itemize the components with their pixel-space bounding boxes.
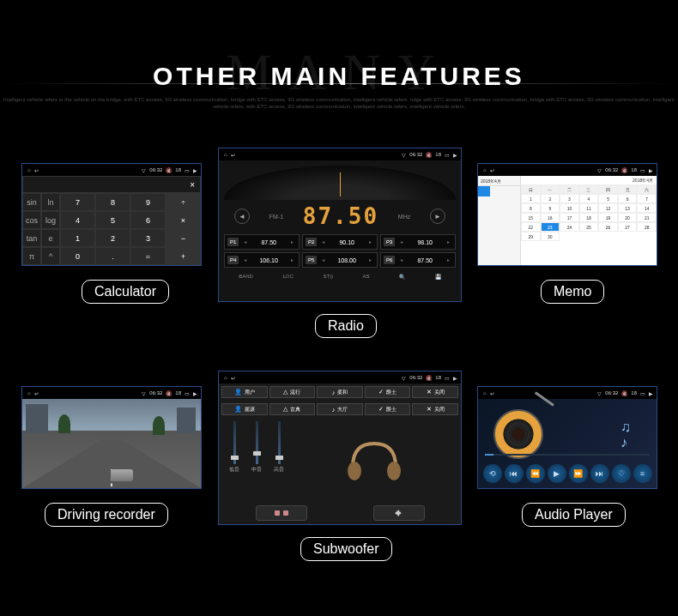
weekday-header: 三 (579, 184, 599, 194)
calc-key[interactable]: π (22, 247, 41, 265)
preset-button[interactable]: P6◄87.50► (380, 252, 456, 268)
calc-key[interactable]: 8 (95, 193, 130, 211)
prev-button[interactable]: ⏮ (505, 464, 524, 483)
calendar-day[interactable]: 29 (521, 232, 541, 241)
playlist-button[interactable]: ≡ (633, 464, 652, 483)
calendar-day[interactable]: 15 (521, 213, 541, 222)
eq-preset-tab[interactable]: △古典 (269, 403, 316, 415)
calendar-day[interactable]: 5 (598, 194, 618, 203)
eq-preset-tab[interactable]: ♪大厅 (317, 403, 363, 415)
calendar-day[interactable]: 17 (560, 213, 579, 222)
calc-key[interactable]: ^ (41, 247, 60, 265)
calendar-day[interactable]: 10 (560, 203, 579, 213)
repeat-button[interactable]: ⟲ (483, 464, 502, 483)
preset-button[interactable]: P3◄98.10► (380, 234, 456, 250)
play-button[interactable]: ▶ (548, 464, 566, 483)
calendar-day[interactable]: 19 (598, 213, 618, 222)
forward-button[interactable]: ⏩ (569, 464, 588, 483)
calc-key[interactable]: cos (22, 211, 41, 229)
eq-preset-tab[interactable]: 👤摇滚 (221, 403, 268, 415)
calendar-day[interactable]: 18 (579, 213, 599, 222)
calc-key[interactable]: 6 (130, 211, 166, 229)
calc-key[interactable]: 4 (60, 211, 95, 229)
battery-icon: ▭ (445, 375, 450, 381)
calc-key[interactable]: = (130, 247, 166, 265)
preset-button[interactable]: P4◄106.10► (224, 252, 300, 268)
radio-toolbar-button[interactable]: LOC (282, 274, 293, 280)
eq-preset-tab[interactable]: △流行 (269, 386, 316, 398)
status-bar: ⌂↩ ▽06:32🔇18▭▶ (219, 148, 461, 160)
calendar-day[interactable]: 28 (637, 222, 657, 232)
radio-toolbar-button[interactable]: 🔍 (399, 274, 405, 280)
calendar-day[interactable]: 8 (521, 203, 541, 213)
calendar-day[interactable]: 14 (637, 203, 657, 213)
calendar-day[interactable]: 1 (521, 194, 541, 203)
memo-selected-cell[interactable] (478, 186, 490, 196)
calendar-day[interactable]: 12 (598, 203, 618, 213)
calendar-day[interactable]: 16 (541, 213, 560, 222)
eq-preset-tab[interactable]: ✕关闭 (412, 403, 458, 415)
preset-button[interactable]: P2◄90.10► (302, 234, 378, 250)
calc-key[interactable]: + (166, 247, 201, 265)
radio-toolbar-button[interactable]: BAND (239, 274, 253, 280)
eq-preset-tab[interactable]: 👤用户 (221, 386, 268, 398)
favorite-button[interactable]: ♡ (612, 464, 631, 483)
tree-shape (153, 416, 165, 435)
calc-key[interactable]: e (41, 229, 60, 247)
calc-key[interactable]: tan (22, 229, 41, 247)
seek-up-button[interactable]: ► (430, 208, 445, 224)
calc-key[interactable]: 5 (95, 211, 130, 229)
calendar-day[interactable]: 24 (560, 222, 579, 232)
calendar-day[interactable]: 26 (598, 222, 618, 232)
clock-text: 06:32 (409, 152, 422, 157)
calendar-day[interactable]: 25 (579, 222, 599, 232)
eq-slider[interactable]: 中音 (251, 421, 262, 498)
calendar-day[interactable]: 4 (579, 194, 599, 203)
calc-key[interactable]: × (166, 211, 201, 229)
sub-button-1[interactable] (256, 505, 307, 521)
rewind-button[interactable]: ⏪ (526, 464, 545, 483)
calc-key[interactable]: sin (22, 193, 41, 211)
calc-key[interactable]: 3 (130, 229, 166, 247)
seek-down-button[interactable]: ◄ (234, 208, 250, 224)
eq-preset-tab[interactable]: ✓爵士 (365, 386, 411, 398)
calendar-day[interactable]: 21 (637, 213, 657, 222)
calendar-day[interactable]: 20 (618, 213, 638, 222)
calc-key[interactable]: 1 (60, 229, 95, 247)
calc-key[interactable]: 9 (130, 193, 166, 211)
calc-key[interactable]: 2 (95, 229, 130, 247)
play-icon: ▶ (193, 167, 197, 173)
calc-key[interactable]: 0 (60, 247, 95, 265)
radio-toolbar-button[interactable]: 💾 (435, 274, 441, 280)
calendar-day[interactable]: 23 (541, 222, 560, 232)
calendar-day[interactable]: 11 (579, 203, 599, 213)
calendar-day[interactable]: 27 (618, 222, 638, 232)
calc-key[interactable]: ln (41, 193, 60, 211)
calc-key[interactable]: − (166, 229, 201, 247)
calc-key[interactable]: . (95, 247, 130, 265)
preset-button[interactable]: P5◄108.00► (302, 252, 378, 268)
radio-dial[interactable] (224, 166, 456, 200)
calendar-day[interactable]: 22 (521, 222, 541, 232)
sub-button-2[interactable] (373, 505, 425, 521)
calc-key[interactable]: 7 (60, 193, 95, 211)
eq-slider[interactable]: 低音 (229, 421, 239, 498)
eq-preset-tab[interactable]: ✕关闭 (412, 386, 458, 398)
eq-preset-tab[interactable]: ♪柔和 (317, 386, 363, 398)
calendar-day[interactable]: 7 (637, 194, 657, 203)
calendar-day[interactable]: 2 (541, 194, 560, 203)
progress-bar[interactable] (485, 454, 650, 456)
eq-preset-tab[interactable]: ✓爵士 (365, 403, 411, 415)
calendar-day[interactable]: 13 (618, 203, 638, 213)
radio-toolbar-button[interactable]: AS (363, 274, 370, 280)
next-button[interactable]: ⏭ (590, 464, 609, 483)
calendar-day[interactable]: 6 (618, 194, 638, 203)
calc-key[interactable]: log (41, 211, 60, 229)
radio-toolbar-button[interactable]: ST)) (323, 274, 333, 280)
calendar-day[interactable]: 3 (560, 194, 579, 203)
eq-slider[interactable]: 高音 (274, 421, 284, 498)
preset-button[interactable]: P1◄87.50► (224, 234, 300, 250)
calendar-day[interactable]: 30 (541, 232, 560, 241)
calendar-day[interactable]: 9 (541, 203, 560, 213)
calc-key[interactable]: ÷ (166, 193, 201, 211)
